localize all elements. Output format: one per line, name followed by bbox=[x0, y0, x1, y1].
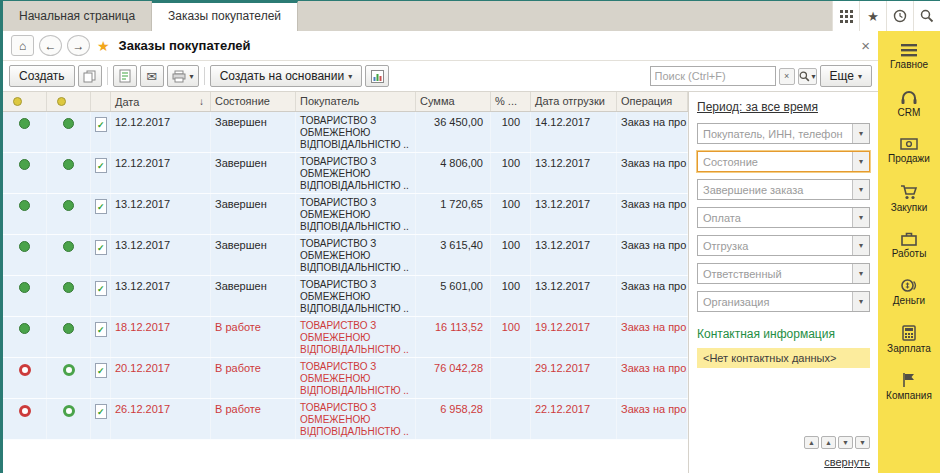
filter-buyer[interactable]: Покупатель, ИНН, телефон ▾ bbox=[697, 123, 870, 144]
cell-ship-date: 13.12.2017 bbox=[531, 276, 617, 316]
chevron-down-icon[interactable]: ▾ bbox=[852, 208, 869, 227]
cell-date: 26.12.2017 bbox=[111, 399, 211, 439]
filter-payment[interactable]: Оплата ▾ bbox=[697, 207, 870, 228]
sidebar-item-sales[interactable]: Продажи bbox=[878, 135, 940, 182]
filter-responsible[interactable]: Ответственный ▾ bbox=[697, 263, 870, 284]
clear-x-icon: × bbox=[784, 71, 789, 81]
chevron-down-icon[interactable]: ▾ bbox=[852, 180, 869, 199]
scroll-prev-button[interactable]: ▲ bbox=[821, 436, 836, 449]
create-based-label: Создать на основании bbox=[220, 69, 345, 83]
sidebar-item-money[interactable]: Деньги bbox=[878, 276, 940, 323]
table-row[interactable]: ✓ 20.12.2017 В работе ТОВАРИСТВО З ОБМЕЖ… bbox=[3, 358, 688, 399]
cell-buyer: ТОВАРИСТВО З ОБМЕЖЕНОЮ ВІДПОВІДАЛЬНІСТЮ … bbox=[296, 153, 416, 193]
status-icon-2 bbox=[63, 241, 74, 252]
cell-buyer: ТОВАРИСТВО З ОБМЕЖЕНОЮ ВІДПОВІДАЛЬНІСТЮ … bbox=[296, 112, 416, 152]
close-form-button[interactable]: × bbox=[861, 37, 870, 54]
filter-placeholder: Оплата bbox=[698, 212, 852, 224]
cell-sum: 4 806,00 bbox=[416, 153, 491, 193]
chevron-down-icon[interactable]: ▾ bbox=[852, 236, 869, 255]
list-scroll-cluster: ▲ ▲ ▼ ▼ bbox=[697, 436, 870, 449]
col-header-operation[interactable]: Операция bbox=[617, 92, 688, 111]
global-search-icon[interactable] bbox=[913, 1, 940, 31]
col-header-pct[interactable]: % ... bbox=[491, 92, 531, 111]
table-row[interactable]: ✓ 18.12.2017 В работе ТОВАРИСТВО З ОБМЕЖ… bbox=[3, 317, 688, 358]
apps-grid-icon[interactable] bbox=[832, 1, 859, 31]
table-row[interactable]: ✓ 12.12.2017 Завершен ТОВАРИСТВО З ОБМЕЖ… bbox=[3, 112, 688, 153]
search-input[interactable] bbox=[650, 66, 776, 86]
printer-icon bbox=[172, 70, 186, 83]
cell-state: Завершен bbox=[211, 194, 296, 234]
set-interval-button[interactable] bbox=[113, 65, 137, 87]
copy-button[interactable] bbox=[78, 65, 102, 87]
chevron-down-icon[interactable]: ▾ bbox=[852, 152, 869, 171]
collapse-panel-link[interactable]: свернуть bbox=[824, 456, 870, 468]
tab-home-page[interactable]: Начальная страница bbox=[3, 1, 152, 31]
scroll-first-button[interactable]: ▲ bbox=[804, 436, 819, 449]
cell-ship-date: 19.12.2017 bbox=[531, 317, 617, 357]
status-column-icon bbox=[13, 97, 22, 106]
chevron-down-icon[interactable]: ▾ bbox=[852, 124, 869, 143]
favorites-star-icon[interactable]: ★ bbox=[859, 1, 886, 31]
clock-icon bbox=[893, 9, 907, 23]
cell-operation: Заказ на про... bbox=[617, 317, 688, 357]
sidebar-item-purchases[interactable]: Закупки bbox=[878, 182, 940, 229]
status-icon-1 bbox=[19, 118, 30, 129]
col-header-ship-date[interactable]: Дата отгрузки bbox=[531, 92, 617, 111]
list-toolbar: Создать ✉ bbox=[3, 61, 878, 92]
cell-date: 13.12.2017 bbox=[111, 194, 211, 234]
forward-button[interactable]: → bbox=[67, 35, 90, 56]
filter-organization[interactable]: Организация ▾ bbox=[697, 291, 870, 312]
sidebar-item-main[interactable]: Главное bbox=[878, 41, 940, 88]
cell-buyer: ТОВАРИСТВО З ОБМЕЖЕНОЮ ВІДПОВІДАЛЬНІСТЮ … bbox=[296, 235, 416, 275]
chevron-down-icon[interactable]: ▾ bbox=[852, 264, 869, 283]
search-options-button[interactable]: ▾ bbox=[798, 68, 817, 85]
filter-state[interactable]: Состояние ▾ bbox=[697, 151, 870, 172]
reports-button[interactable] bbox=[365, 65, 389, 87]
period-link[interactable]: Период: за все время bbox=[697, 100, 870, 114]
cell-date: 12.12.2017 bbox=[111, 112, 211, 152]
col-header-date[interactable]: Дата ↓ bbox=[111, 92, 211, 111]
col-header-status-2[interactable] bbox=[47, 92, 91, 111]
home-button[interactable]: ⌂ bbox=[11, 35, 34, 56]
table-row[interactable]: ✓ 12.12.2017 Завершен ТОВАРИСТВО З ОБМЕЖ… bbox=[3, 153, 688, 194]
col-header-status-1[interactable] bbox=[3, 92, 47, 111]
document-check-icon: ✓ bbox=[95, 199, 107, 214]
table-row[interactable]: ✓ 26.12.2017 В работе ТОВАРИСТВО З ОБМЕЖ… bbox=[3, 399, 688, 440]
chevron-down-icon[interactable]: ▾ bbox=[852, 292, 869, 311]
back-button[interactable]: ← bbox=[39, 35, 62, 56]
favorite-star-icon[interactable]: ★ bbox=[97, 38, 110, 54]
create-button[interactable]: Создать bbox=[9, 65, 75, 87]
filter-placeholder: Покупатель, ИНН, телефон bbox=[698, 128, 852, 140]
more-actions-button[interactable]: Еще ▾ bbox=[820, 65, 872, 87]
sidebar-item-crm[interactable]: CRM bbox=[878, 88, 940, 135]
tab-customer-orders[interactable]: Заказы покупателей bbox=[152, 1, 298, 31]
table-row[interactable]: ✓ 13.12.2017 Завершен ТОВАРИСТВО З ОБМЕЖ… bbox=[3, 235, 688, 276]
filter-placeholder: Ответственный bbox=[698, 268, 852, 280]
table-row[interactable]: ✓ 13.12.2017 Завершен ТОВАРИСТВО З ОБМЕЖ… bbox=[3, 194, 688, 235]
chrome-icon-group: ★ bbox=[832, 1, 940, 31]
filter-order-completion[interactable]: Завершение заказа ▾ bbox=[697, 179, 870, 200]
col-header-sum[interactable]: Сумма bbox=[416, 92, 491, 111]
sidebar-item-salary[interactable]: Зарплата bbox=[878, 323, 940, 370]
status-column-icon bbox=[57, 97, 66, 106]
document-check-icon: ✓ bbox=[95, 363, 107, 378]
flag-icon bbox=[901, 372, 917, 388]
create-based-on-button[interactable]: Создать на основании ▾ bbox=[210, 65, 363, 87]
cell-sum: 5 601,00 bbox=[416, 276, 491, 316]
history-clock-icon[interactable] bbox=[886, 1, 913, 31]
table-row[interactable]: ✓ 13.12.2017 Завершен ТОВАРИСТВО З ОБМЕЖ… bbox=[3, 276, 688, 317]
cell-sum: 76 042,28 bbox=[416, 358, 491, 398]
filter-shipment[interactable]: Отгрузка ▾ bbox=[697, 235, 870, 256]
sidebar-item-works[interactable]: Работы bbox=[878, 229, 940, 276]
col-header-buyer[interactable]: Покупатель bbox=[296, 92, 416, 111]
scroll-last-button[interactable]: ▼ bbox=[855, 436, 870, 449]
scroll-next-button[interactable]: ▼ bbox=[838, 436, 853, 449]
search-clear-button[interactable]: × bbox=[779, 68, 795, 85]
sidebar-item-company[interactable]: Компания bbox=[878, 370, 940, 417]
send-email-button[interactable]: ✉ bbox=[140, 65, 164, 87]
contact-empty-value: <Нет контактных данных> bbox=[697, 348, 870, 368]
col-header-state[interactable]: Состояние bbox=[211, 92, 296, 111]
col-header-doc[interactable] bbox=[91, 92, 111, 111]
print-button[interactable]: ▾ bbox=[167, 65, 199, 87]
app-window: Начальная страница Заказы покупателей ★ bbox=[0, 0, 940, 473]
